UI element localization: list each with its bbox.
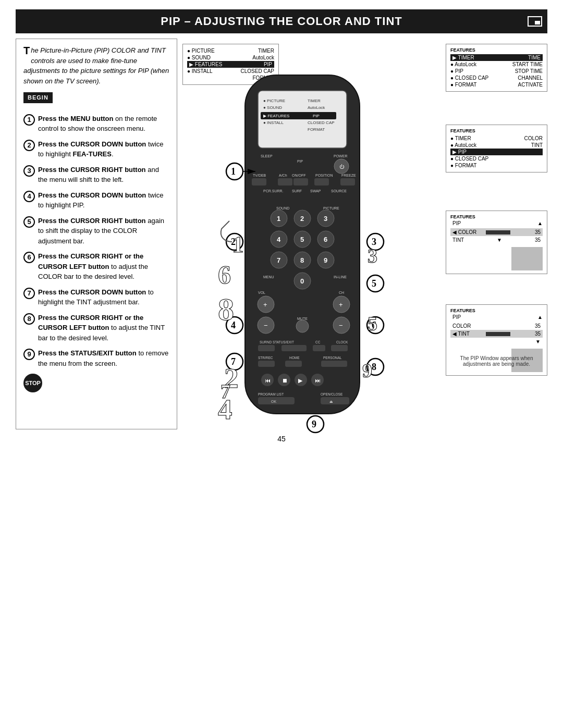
pip-tint-title: FEATURES bbox=[450, 308, 543, 313]
pip-tint-subtitle: PIP ▲ bbox=[450, 314, 543, 320]
stop-badge: STOP bbox=[23, 374, 42, 392]
step-num-1: 1 bbox=[23, 114, 35, 126]
svg-text:FREEZE: FREEZE bbox=[341, 174, 356, 177]
svg-text:▶: ▶ bbox=[298, 377, 303, 384]
svg-text:⏮: ⏮ bbox=[265, 377, 271, 384]
svg-text:OK: OK bbox=[271, 400, 276, 403]
svg-rect-23 bbox=[278, 178, 292, 186]
svg-text:⏭: ⏭ bbox=[315, 377, 321, 384]
pip-window-1 bbox=[511, 247, 543, 270]
svg-text:5: 5 bbox=[300, 236, 304, 243]
svg-rect-92 bbox=[321, 397, 349, 404]
svg-text:SURND STATUS/EXIT: SURND STATUS/EXIT bbox=[260, 340, 294, 344]
step-num-7: 7 bbox=[23, 288, 35, 299]
svg-text:OPEN/CLOSE: OPEN/CLOSE bbox=[321, 392, 343, 396]
feat2-row-pip: ▶ PIP bbox=[450, 149, 543, 155]
svg-text:+: + bbox=[339, 301, 343, 309]
svg-text:⏻: ⏻ bbox=[339, 164, 345, 169]
svg-rect-73 bbox=[331, 345, 348, 351]
menu-row-sound: ● SOUNDAutoLock bbox=[187, 54, 274, 61]
svg-text:PROGRAM LIST: PROGRAM LIST bbox=[258, 392, 284, 396]
main-content: The Picture-in-Picture (PIP) COLOR and T… bbox=[16, 39, 547, 429]
step-6: 6 Press the CURSOR RIGHT or the CURSOR L… bbox=[23, 251, 169, 282]
step-num-9: 9 bbox=[23, 349, 35, 360]
svg-point-64 bbox=[296, 320, 309, 332]
svg-text:7: 7 bbox=[277, 256, 280, 264]
menu-row-picture: ● PICTURETIMER bbox=[187, 47, 274, 54]
step-7: 7 Press the CURSOR DOWN button to highli… bbox=[23, 287, 169, 307]
feat2-row-timer: ● TIMERCOLOR bbox=[450, 135, 543, 142]
step-content-5: Press the CURSOR RIGHT button again to s… bbox=[38, 216, 169, 246]
svg-text:5: 5 bbox=[372, 278, 376, 289]
svg-text:CLOCK: CLOCK bbox=[336, 340, 348, 344]
svg-rect-72 bbox=[313, 345, 325, 351]
svg-text:⏹: ⏹ bbox=[282, 377, 288, 384]
step-8: 8 Press the CURSOR RIGHT or the CURSOR L… bbox=[23, 313, 169, 343]
svg-text:TV/DEB: TV/DEB bbox=[253, 174, 266, 177]
features-title-2: FEATURES bbox=[450, 128, 543, 133]
step-5: 5 Press the CURSOR RIGHT button again to… bbox=[23, 216, 169, 246]
pip-color-title: FEATURES bbox=[450, 214, 543, 219]
color-row-static: COLOR35 bbox=[450, 322, 543, 330]
feat1-row-timer: ▶ TIMERTIME bbox=[450, 54, 543, 61]
step-content-6: Press the CURSOR RIGHT or the CURSOR LEF… bbox=[38, 251, 169, 282]
svg-text:3: 3 bbox=[368, 245, 377, 267]
svg-text:POSITION: POSITION bbox=[315, 174, 333, 177]
feat1-row-closedcap: ● CLOSED CAPCHANNEL bbox=[450, 75, 543, 81]
svg-text:TIMER: TIMER bbox=[308, 98, 321, 103]
tint-bar-row: ◀ TINT 35 bbox=[450, 330, 543, 338]
feat1-row-autolock: ● AutoLockSTART TIME bbox=[450, 61, 543, 68]
svg-text:PCR.SURR.: PCR.SURR. bbox=[263, 189, 284, 193]
feat2-row-closedcap: ● CLOSED CAP bbox=[450, 155, 543, 162]
svg-text:● SOUND: ● SOUND bbox=[263, 105, 282, 110]
svg-text:8: 8 bbox=[372, 362, 376, 372]
svg-text:4: 4 bbox=[277, 236, 281, 243]
svg-text:FORMAT: FORMAT bbox=[308, 127, 325, 132]
svg-rect-77 bbox=[258, 361, 275, 367]
feat1-row-pip: ● PIPSTOP TIME bbox=[450, 68, 543, 75]
step-num-3: 3 bbox=[23, 165, 35, 177]
step-2: 2 Press the CURSOR DOWN button twice to … bbox=[23, 139, 169, 159]
svg-text:⏏: ⏏ bbox=[329, 400, 333, 403]
svg-text:3: 3 bbox=[324, 215, 327, 223]
svg-text:PIP: PIP bbox=[313, 114, 320, 118]
svg-text:A/Ch: A/Ch bbox=[279, 174, 287, 177]
svg-text:SOUND: SOUND bbox=[276, 206, 289, 210]
step-num-5: 5 bbox=[23, 216, 35, 228]
svg-text:SURF: SURF bbox=[292, 189, 302, 193]
svg-text:+: + bbox=[263, 301, 267, 309]
step-content-1: Press the MENU button on the remote cont… bbox=[38, 114, 169, 134]
svg-rect-26 bbox=[340, 178, 355, 186]
svg-text:SWAP: SWAP bbox=[310, 189, 321, 193]
feat1-row-format: ● FORMATACTIVATE bbox=[450, 81, 543, 88]
page-title: PIP – Adjusting the Color and Tint bbox=[26, 15, 537, 28]
svg-text:IN-LINE: IN-LINE bbox=[334, 275, 347, 279]
svg-text:6: 6 bbox=[324, 236, 327, 243]
svg-text:9: 9 bbox=[312, 419, 316, 429]
svg-text:VOL: VOL bbox=[258, 291, 265, 294]
svg-text:● PICTURE: ● PICTURE bbox=[263, 98, 285, 103]
svg-rect-78 bbox=[285, 361, 302, 367]
svg-text:PIP: PIP bbox=[297, 159, 303, 163]
svg-rect-79 bbox=[321, 361, 347, 367]
svg-text:−: − bbox=[339, 322, 343, 329]
svg-text:POWER: POWER bbox=[334, 154, 347, 158]
svg-text:8: 8 bbox=[300, 256, 304, 264]
color-bar-row: ◀ COLOR 35 bbox=[450, 228, 543, 236]
svg-text:8: 8 bbox=[218, 291, 234, 327]
svg-text:9: 9 bbox=[324, 256, 327, 264]
features-menu-2: FEATURES ● TIMERCOLOR ● AutoLockTINT ▶ P… bbox=[446, 125, 547, 172]
svg-text:−: − bbox=[264, 322, 268, 329]
svg-text:1: 1 bbox=[231, 166, 236, 177]
svg-text:1: 1 bbox=[232, 231, 244, 257]
svg-rect-25 bbox=[314, 178, 329, 186]
step-3: 3 Press the CURSOR RIGHT button and the … bbox=[23, 165, 169, 185]
svg-rect-71 bbox=[282, 345, 307, 351]
svg-rect-22 bbox=[252, 178, 266, 186]
dropcap: T bbox=[23, 45, 30, 56]
right-side: ● PICTURETIMER ● SOUNDAutoLock ▶ FEATURE… bbox=[182, 39, 547, 429]
step-num-4: 4 bbox=[23, 191, 35, 202]
remote-svg: ● PICTURE TIMER ● SOUND AutoLock ▶ FEATU… bbox=[182, 65, 422, 445]
svg-text:MENU: MENU bbox=[263, 275, 274, 279]
step-content-4: Press the CURSOR DOWN button twice to hi… bbox=[38, 190, 169, 211]
